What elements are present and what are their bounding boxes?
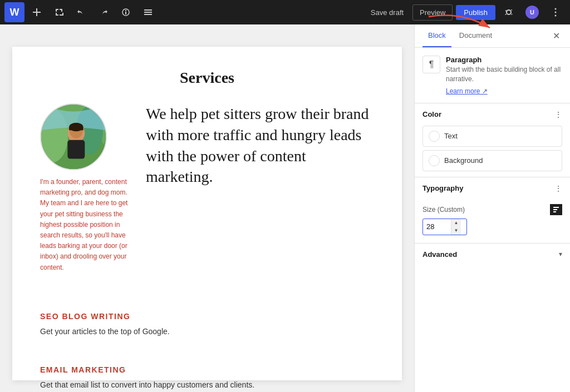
- color-section-menu-button[interactable]: ⋮: [554, 110, 562, 119]
- user-button[interactable]: U: [522, 2, 542, 22]
- typography-section-menu-button[interactable]: ⋮: [554, 184, 562, 193]
- section-body-seo: Get your articles to the top of Google.: [40, 325, 374, 338]
- background-color-swatch: [429, 155, 440, 166]
- tab-document[interactable]: Document: [454, 24, 498, 47]
- svg-rect-21: [553, 209, 557, 210]
- editor-toolbar: W Save draft Preview Publish U: [0, 0, 570, 24]
- font-size-row: Size (Custom): [422, 204, 562, 215]
- hero-text-column: We help pet sitters grow their brand wit…: [146, 103, 374, 193]
- bio-text: I'm a founder, parent, content marketing…: [40, 177, 129, 273]
- background-color-option[interactable]: Background: [422, 150, 562, 171]
- svg-point-8: [555, 8, 557, 10]
- save-draft-button[interactable]: Save draft: [365, 5, 409, 20]
- font-size-input-wrap: ▲ ▼: [422, 219, 467, 235]
- avatar-image: [40, 103, 107, 170]
- text-color-option[interactable]: Text: [422, 126, 562, 147]
- block-description: Start with the basic building block of a…: [446, 65, 562, 84]
- tab-block[interactable]: Block: [422, 24, 451, 47]
- panel-body: ¶ Paragraph Start with the basic buildin…: [415, 48, 570, 273]
- svg-rect-4: [125, 10, 126, 11]
- font-size-increment-button[interactable]: ▲: [451, 219, 461, 227]
- preview-button[interactable]: Preview: [412, 4, 453, 21]
- advanced-section-label: Advanced: [422, 250, 457, 259]
- details-button[interactable]: [116, 2, 136, 22]
- block-type-icon: ¶: [422, 56, 440, 73]
- more-options-button[interactable]: [546, 2, 566, 22]
- advanced-section-header[interactable]: Advanced ▾: [422, 244, 562, 265]
- color-section-label: Color: [422, 110, 441, 118]
- avatar-column: I'm a founder, parent, content marketing…: [40, 103, 129, 273]
- page-title: Services: [40, 69, 374, 87]
- hero-heading: We help pet sitters grow their brand wit…: [146, 103, 374, 187]
- add-block-button[interactable]: [27, 2, 47, 22]
- block-name-label: Paragraph: [446, 56, 562, 64]
- text-color-swatch: [429, 131, 440, 142]
- settings-button[interactable]: [499, 2, 519, 22]
- svg-rect-3: [125, 12, 126, 14]
- list-view-button[interactable]: [138, 2, 158, 22]
- svg-rect-7: [144, 14, 152, 15]
- canvas-area: Services: [0, 24, 414, 392]
- panel-tabs: Block Document ✕: [415, 24, 570, 48]
- services-top-section: I'm a founder, parent, content marketing…: [40, 103, 374, 273]
- typography-section-header: Typography ⋮: [422, 177, 562, 200]
- svg-rect-22: [553, 211, 556, 212]
- redo-button[interactable]: [94, 2, 114, 22]
- svg-point-10: [555, 15, 557, 17]
- main-layout: Services: [0, 24, 570, 392]
- block-details: Paragraph Start with the basic building …: [446, 56, 562, 95]
- section-heading-seo: SEO BLOG WRITING: [40, 312, 374, 321]
- svg-rect-6: [144, 12, 152, 13]
- advanced-chevron-icon: ▾: [559, 250, 562, 258]
- publish-button[interactable]: Publish: [456, 5, 495, 20]
- section-body-email: Get that email list to convert into happ…: [40, 379, 374, 391]
- text-color-label: Text: [444, 132, 458, 140]
- tools-button[interactable]: [49, 2, 69, 22]
- typography-section-label: Typography: [422, 184, 463, 192]
- svg-rect-17: [67, 140, 85, 159]
- wp-logo[interactable]: W: [4, 2, 24, 22]
- svg-rect-20: [553, 207, 559, 208]
- section-email: EMAIL MARKETING Get that email list to c…: [40, 365, 374, 391]
- page-content: Services: [12, 47, 402, 380]
- background-color-label: Background: [444, 156, 483, 165]
- learn-more-link[interactable]: Learn more ↗: [446, 87, 562, 95]
- undo-button[interactable]: [71, 2, 91, 22]
- font-size-spinner: ▲ ▼: [451, 219, 461, 235]
- section-heading-email: EMAIL MARKETING: [40, 365, 374, 374]
- svg-point-9: [555, 12, 557, 13]
- font-size-input[interactable]: [423, 220, 451, 233]
- font-size-decrement-button[interactable]: ▼: [451, 227, 461, 235]
- close-panel-button[interactable]: ✕: [551, 28, 562, 43]
- right-panel: Block Document ✕ ¶ Paragraph Start with …: [414, 24, 570, 392]
- svg-rect-5: [144, 9, 152, 11]
- font-size-unit-button[interactable]: [550, 204, 562, 215]
- svg-rect-1: [33, 12, 41, 13]
- section-seo: SEO BLOG WRITING Get your articles to th…: [40, 312, 374, 338]
- color-section-header: Color ⋮: [422, 103, 562, 126]
- block-info: ¶ Paragraph Start with the basic buildin…: [422, 56, 562, 95]
- font-size-label: Size (Custom): [422, 206, 465, 214]
